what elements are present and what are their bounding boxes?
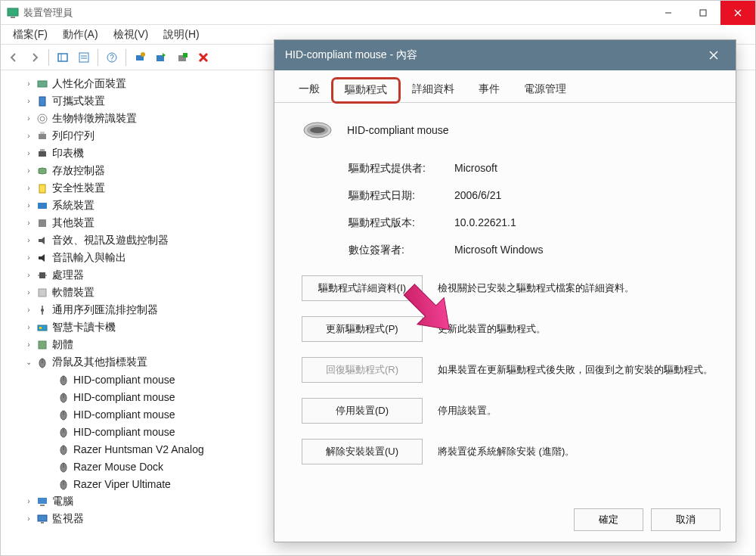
expander-icon[interactable]: › [23,113,34,124]
tree-item-label: 系統裝置 [52,199,94,213]
date-value: 2006/6/21 [454,189,720,203]
tab-power[interactable]: 電源管理 [512,78,578,102]
expander-spacer [45,392,55,402]
menu-view[interactable]: 檢視(V) [106,26,156,44]
svg-point-66 [310,127,325,133]
portable-icon [36,95,49,108]
expander-spacer [45,461,55,472]
expander-icon[interactable]: › [23,79,34,89]
device-name-label: HID-compliant mouse [347,124,449,136]
menu-action[interactable]: 動作(A) [55,26,106,44]
expander-icon[interactable]: › [23,218,34,228]
expander-icon[interactable]: › [23,322,34,333]
expander-icon[interactable]: › [23,96,34,107]
expander-icon[interactable]: › [23,235,34,246]
svg-point-23 [40,116,45,121]
software-icon [36,286,49,300]
tree-item-label: 音效、視訊及遊戲控制器 [52,234,169,247]
svg-rect-33 [39,272,45,278]
expander-icon[interactable]: › [23,166,34,176]
expander-spacer [45,409,55,420]
remove-button[interactable] [194,48,213,67]
expander-icon[interactable]: › [23,200,34,211]
expander-icon[interactable]: › [23,270,34,281]
tree-item-label: 可攜式裝置 [52,95,105,108]
uninstall-button[interactable] [172,48,192,67]
mouse-icon [57,408,70,421]
dialog-close-button[interactable] [702,44,725,67]
expander-icon[interactable]: › [23,253,34,263]
disable-device-button[interactable]: 停用裝置(D) [302,398,423,424]
expander-icon[interactable]: › [23,183,34,194]
expander-icon[interactable]: › [23,305,34,315]
storage-icon [36,164,49,178]
tab-general[interactable]: 一般 [287,78,332,102]
tree-item-label: 生物特徵辨識裝置 [52,112,137,126]
svg-point-22 [38,114,47,123]
dialog-title: HID-compliant mouse - 內容 [285,48,702,62]
action-disable-row: 停用裝置(D) 停用該裝置。 [302,398,720,424]
usb-icon [36,303,49,317]
cancel-button[interactable]: 取消 [651,508,720,531]
dialog-titlebar: HID-compliant mouse - 內容 [274,40,736,70]
expander-spacer [45,444,55,455]
tree-item-label: 列印佇列 [52,129,94,143]
tab-driver[interactable]: 驅動程式 [332,78,400,103]
update-driver-button[interactable] [151,48,171,67]
menu-help[interactable]: 說明(H) [156,26,206,44]
driver-details-button[interactable]: 驅動程式詳細資料(I) [302,275,423,301]
tab-events[interactable]: 事件 [466,78,512,102]
expander-icon[interactable]: › [23,148,34,159]
svg-rect-8 [79,53,88,62]
close-button[interactable] [720,1,755,25]
mouse-icon [57,460,70,474]
tree-item-label: HID-compliant mouse [73,391,175,403]
mouse-icon [57,477,70,491]
rollback-driver-button[interactable]: 回復驅動程式(R) [302,357,423,383]
svg-rect-17 [183,53,187,57]
tree-item-label: 電腦 [52,495,73,508]
app-icon [7,7,19,19]
svg-rect-27 [40,149,45,151]
help-button[interactable]: ? [102,48,122,67]
mouse-icon [57,425,70,439]
show-hide-button[interactable] [53,48,73,67]
toolbar-separator [98,49,98,66]
mouse-icon [57,390,70,404]
smartcard-icon [36,321,49,334]
dialog-footer: 確定 取消 [574,508,720,531]
mouse-device-icon [302,120,333,141]
svg-rect-26 [39,151,46,157]
version-value: 10.0.22621.1 [454,216,720,230]
expander-icon[interactable]: › [23,496,34,507]
svg-rect-25 [40,132,45,134]
monitor-icon [36,512,49,526]
expander-icon[interactable]: › [23,287,34,298]
tab-details[interactable]: 詳細資料 [400,78,466,102]
uninstall-device-desc: 將裝置從系統解除安裝 (進階)。 [438,444,720,459]
tree-item-label: 處理器 [52,269,84,282]
properties-button[interactable] [74,48,94,67]
menu-file[interactable]: 檔案(F) [5,26,55,44]
back-button[interactable] [4,48,23,67]
expander-icon[interactable]: ⌄ [23,357,34,368]
svg-rect-21 [39,97,45,106]
scan-hardware-button[interactable] [130,48,150,67]
forward-button[interactable] [25,48,45,67]
maximize-button[interactable] [686,1,720,25]
mouse-icon [57,373,70,387]
expander-icon[interactable]: › [23,514,34,524]
svg-rect-1 [11,17,15,18]
minimize-button[interactable] [651,1,686,25]
expander-icon[interactable]: › [23,340,34,350]
svg-rect-3 [700,10,706,16]
expander-icon[interactable]: › [23,131,34,141]
tree-item-label: 軟體裝置 [52,286,94,300]
update-driver-button[interactable]: 更新驅動程式(P) [302,316,423,342]
device-header: HID-compliant mouse [302,120,720,141]
tree-item-label: 印表機 [52,147,84,160]
computer-icon [36,495,49,508]
svg-rect-0 [8,8,18,16]
uninstall-device-button[interactable]: 解除安裝裝置(U) [302,439,423,464]
ok-button[interactable]: 確定 [574,508,643,531]
